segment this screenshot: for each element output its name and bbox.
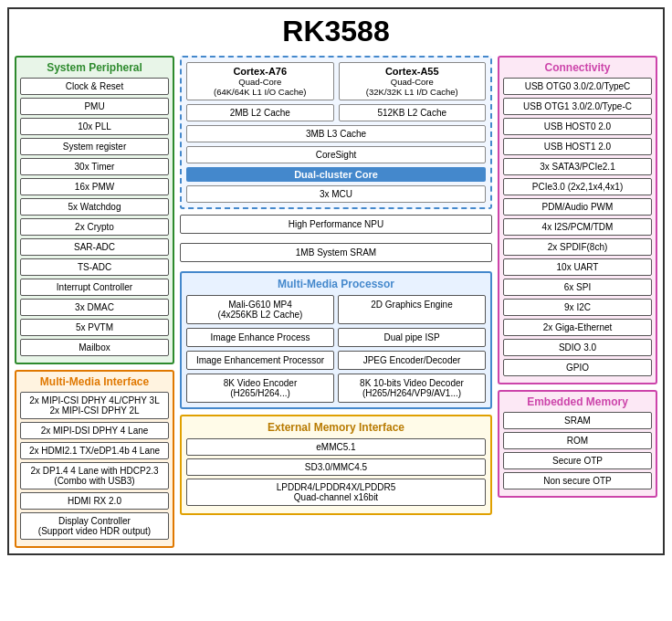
list-item: 4x I2S/PCM/TDM xyxy=(503,218,652,236)
list-item: 2x DP1.4 4 Lane with HDCP2.3(Combo with … xyxy=(20,462,169,489)
list-item: Secure OTP xyxy=(503,452,652,469)
main-title: RK3588 xyxy=(15,15,657,48)
mm-cell-mali: Mali-G610 MP4(4x256KB L2 Cache) xyxy=(186,295,334,324)
list-item: Display Controller(Support video HDR out… xyxy=(20,512,169,540)
right-column: Connectivity USB OTG0 3.0/2.0/TypeC USB … xyxy=(498,56,657,498)
list-item: SRAM xyxy=(503,412,652,429)
connectivity-title: Connectivity xyxy=(503,61,652,74)
cortex-a55-box: Cortex-A55 Quad-Core (32K/32K L1 I/D Cac… xyxy=(339,62,487,100)
list-item: Interrupt Controller xyxy=(20,279,169,296)
list-item: System register xyxy=(20,138,169,155)
list-item: 30x Timer xyxy=(20,158,169,175)
mm-cell-image-enhance: Image Enhance Process xyxy=(186,328,334,347)
list-item: GPIO xyxy=(503,359,652,376)
mm-cell-2d-graphics: 2D Graphics Engine xyxy=(338,295,486,324)
list-item: HDMI RX 2.0 xyxy=(20,492,169,510)
left-column: System Peripheral Clock & Reset PMU 10x … xyxy=(15,56,174,548)
ext-mem-title: External Memory Interface xyxy=(186,421,486,434)
system-peripheral-panel: System Peripheral Clock & Reset PMU 10x … xyxy=(15,56,174,364)
list-item: 10x UART xyxy=(503,258,652,276)
mm-interface-title: Multi-Media Interface xyxy=(20,375,169,388)
list-item: 6x SPI xyxy=(503,279,652,296)
page-wrapper: RK3588 System Peripheral Clock & Reset P… xyxy=(7,7,665,555)
middle-column: Cortex-A76 Quad-Core (64K/64K L1 I/O Cac… xyxy=(180,56,492,515)
mm-processor-title: Multi-Media Processor xyxy=(186,278,486,290)
list-item: USB HOST0 2.0 xyxy=(503,118,652,135)
list-item: 2x Crypto xyxy=(20,218,169,236)
list-item: TS-ADC xyxy=(20,258,169,276)
list-item: USB OTG1 3.0/2.0/Type-C xyxy=(503,98,652,115)
list-item: Mailbox xyxy=(20,339,169,356)
cpu-area: Cortex-A76 Quad-Core (64K/64K L1 I/O Cac… xyxy=(180,56,492,209)
mm-processor-grid: Mali-G610 MP4(4x256KB L2 Cache) 2D Graph… xyxy=(186,295,486,403)
list-item: PMU xyxy=(20,98,169,115)
list-item: SAR-ADC xyxy=(20,238,169,256)
mm-interface-panel: Multi-Media Interface 2x MIPI-CSI DPHY 4… xyxy=(15,370,174,548)
list-item: Clock & Reset xyxy=(20,78,169,95)
system-peripheral-title: System Peripheral xyxy=(20,61,169,74)
mcu: 3x MCU xyxy=(186,185,486,203)
cortex-a55-type: Quad-Core xyxy=(342,77,483,87)
list-item: 3x DMAC xyxy=(20,299,169,316)
list-item: PCIe3.0 (2x2,1x4,4x1) xyxy=(503,178,652,195)
dual-cluster-label: Dual-cluster Core xyxy=(186,167,486,182)
embedded-mem-title: Embedded Memory xyxy=(503,395,652,408)
list-item: 10x PLL xyxy=(20,118,169,135)
cortex-a55-name: Cortex-A55 xyxy=(342,66,483,77)
list-item: USB OTG0 3.0/2.0/TypeC xyxy=(503,78,652,95)
list-item: 3x SATA3/PCIe2.1 xyxy=(503,158,652,175)
list-item: 2x Giga-Ethernet xyxy=(503,319,652,336)
l2-cache-a76: 2MB L2 Cache xyxy=(186,104,334,121)
mm-cell-dual-pipe-isp: Dual pipe ISP xyxy=(338,328,486,347)
cortex-a76-type: Quad-Core xyxy=(190,77,331,87)
npu-box: High Performance NPU xyxy=(180,215,492,234)
mm-cell-video-encoder: 8K Video Encoder(H265/H264...) xyxy=(186,374,334,403)
connectivity-panel: Connectivity USB OTG0 3.0/2.0/TypeC USB … xyxy=(498,56,657,384)
list-item: PDM/Audio PWM xyxy=(503,198,652,216)
list-item: 2x SPDIF(8ch) xyxy=(503,238,652,256)
ext-mem-sd: SD3.0/MMC4.5 xyxy=(186,458,486,476)
mm-cell-video-decoder: 8K 10-bits Video Decoder(H265/H264/VP9/A… xyxy=(338,374,486,403)
list-item: Non secure OTP xyxy=(503,472,652,489)
list-item: 9x I2C xyxy=(503,299,652,316)
ext-mem-lpddr: LPDDR4/LPDDR4X/LPDDR5Quad-channel x16bit xyxy=(186,479,486,506)
mm-cell-image-enhancement-processor: Image Enhancement Processor xyxy=(186,351,334,370)
list-item: 5x Watchdog xyxy=(20,198,169,216)
three-col-layout: System Peripheral Clock & Reset PMU 10x … xyxy=(15,56,657,548)
ext-mem-emmc: eMMC5.1 xyxy=(186,438,486,456)
l2-cache-row: 2MB L2 Cache 512KB L2 Cache xyxy=(186,104,486,121)
list-item: USB HOST1 2.0 xyxy=(503,138,652,155)
list-item: 16x PMW xyxy=(20,178,169,195)
list-item: 2x MIPI-DSI DPHY 4 Lane xyxy=(20,422,169,439)
mm-cell-jpeg: JPEG Encoder/Decoder xyxy=(338,351,486,370)
cortex-a76-cache: (64K/64K L1 I/O Cache) xyxy=(190,87,331,97)
sram-box: 1MB System SRAM xyxy=(180,243,492,262)
list-item: 2x MIPI-CSI DPHY 4L/CPHY 3L2x MIPI-CSI D… xyxy=(20,392,169,419)
coresight: CoreSight xyxy=(186,146,486,163)
list-item: 5x PVTM xyxy=(20,319,169,336)
embedded-mem-panel: Embedded Memory SRAM ROM Secure OTP Non … xyxy=(498,390,657,498)
cpu-row: Cortex-A76 Quad-Core (64K/64K L1 I/O Cac… xyxy=(186,62,486,100)
list-item: 2x HDMI2.1 TX/eDP1.4b 4 Lane xyxy=(20,442,169,459)
l2-cache-a55: 512KB L2 Cache xyxy=(339,104,487,121)
list-item: SDIO 3.0 xyxy=(503,339,652,356)
ext-mem-panel: External Memory Interface eMMC5.1 SD3.0/… xyxy=(180,415,492,515)
cortex-a76-box: Cortex-A76 Quad-Core (64K/64K L1 I/O Cac… xyxy=(186,62,334,100)
cortex-a76-name: Cortex-A76 xyxy=(190,66,331,77)
list-item: ROM xyxy=(503,432,652,449)
cortex-a55-cache: (32K/32K L1 I/D Cache) xyxy=(342,87,483,97)
l3-cache: 3MB L3 Cache xyxy=(186,125,486,142)
mm-processor-panel: Multi-Media Processor Mali-G610 MP4(4x25… xyxy=(180,271,492,409)
